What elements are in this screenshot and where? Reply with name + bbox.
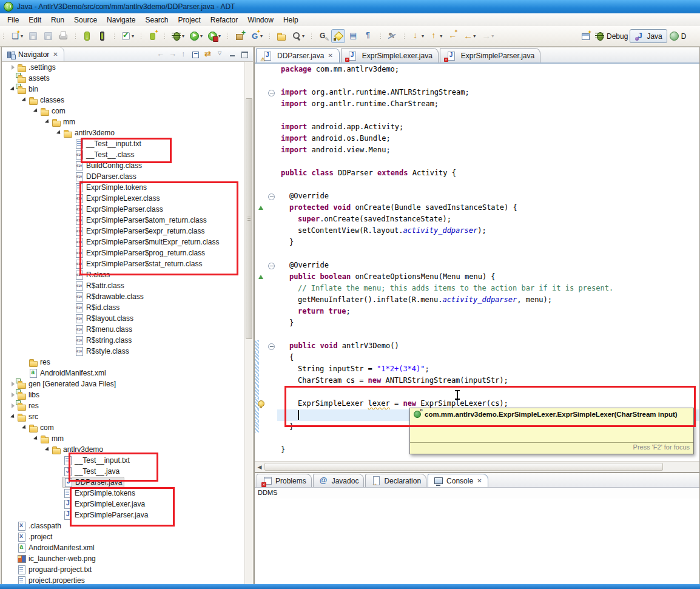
tree-item[interactable]: mm (2, 116, 245, 127)
perspective-debug[interactable]: Debug (593, 30, 630, 42)
tree-item[interactable]: ExprSimpleParser.class (2, 204, 245, 215)
code-line[interactable]: @Override (255, 260, 699, 271)
tree-item[interactable]: res (2, 357, 245, 368)
save-button[interactable] (26, 29, 40, 43)
code-line[interactable]: String inputStr = "1*2+(3*4)"; (255, 363, 699, 375)
menu-window[interactable]: Window (243, 15, 278, 25)
new-wizard-button[interactable]: ▾ (8, 29, 25, 43)
search-button[interactable]: ▾ (289, 29, 306, 43)
run-button[interactable]: ▾ (187, 29, 204, 43)
external-tools-button[interactable]: ▾ (206, 29, 223, 43)
tree-item[interactable]: ExprSimpleParser$prog_return.class (2, 247, 245, 258)
dropdown-arrow-icon[interactable]: ▾ (302, 33, 305, 39)
dropdown-arrow-icon[interactable]: ▾ (473, 33, 476, 39)
code-line[interactable] (255, 156, 699, 167)
new-android-project-button[interactable] (146, 29, 160, 43)
code-line[interactable]: package com.mm.antlrv3demo; (255, 64, 699, 75)
code-line[interactable] (255, 248, 699, 260)
tree-item[interactable]: src (2, 411, 245, 422)
code-line[interactable]: getMenuInflater().inflate(R.menu.activit… (255, 294, 699, 306)
code-line[interactable]: return true; (255, 306, 699, 317)
editor-horizontal-scrollbar[interactable]: ◀ (255, 461, 699, 472)
forward-button[interactable]: ▾ (479, 29, 496, 43)
javadoc-button[interactable] (316, 29, 330, 43)
collapse-region-icon[interactable] (268, 263, 275, 269)
tree-item[interactable]: com (2, 106, 245, 116)
navigator-scrollbar[interactable] (244, 62, 253, 585)
tree-item[interactable]: AndroidManifest.xml (2, 368, 245, 379)
expand-arrow-icon[interactable] (55, 130, 62, 135)
new-package-button[interactable] (232, 29, 246, 43)
tree-item[interactable]: R$string.class (2, 335, 245, 346)
tree-item[interactable]: antlrv3demo (2, 127, 245, 138)
code-line[interactable] (255, 75, 699, 87)
debug-button[interactable]: ▾ (169, 29, 186, 43)
dropdown-arrow-icon[interactable]: ▾ (491, 33, 494, 39)
tree-item[interactable]: ExprSimpleParser$multExpr_return.class (2, 237, 245, 247)
code-line[interactable] (255, 329, 699, 340)
back-button[interactable]: ▾ (460, 29, 477, 43)
editor-tab-exprsimpleparser-java[interactable]: ExprSimpleParser.java (440, 48, 540, 62)
collapse-all-button[interactable] (191, 49, 203, 60)
perspective-ddms[interactable]: D (667, 30, 688, 42)
tree-item[interactable]: .settings (2, 62, 245, 73)
save-all-button[interactable] (41, 29, 55, 43)
tree-item[interactable]: R$style.class (2, 346, 245, 357)
quickfix-lightbulb-icon[interactable] (258, 400, 264, 407)
menu-source[interactable]: Source (69, 15, 102, 25)
menu-run[interactable]: Run (46, 15, 69, 25)
link-with-editor-button[interactable] (203, 49, 215, 60)
code-line[interactable]: public class DDParser extends Activity { (255, 167, 699, 179)
code-line[interactable]: import android.app.Activity; (255, 121, 699, 133)
scrollbar-thumb[interactable] (246, 98, 252, 339)
block-selection-button[interactable] (346, 29, 360, 43)
maximize-view-button[interactable] (240, 49, 251, 60)
tree-item[interactable]: mm (2, 433, 245, 444)
dropdown-arrow-icon[interactable]: ▾ (218, 33, 221, 39)
code-line[interactable]: } (255, 237, 699, 248)
menu-navigate[interactable]: Navigate (102, 15, 140, 25)
code-line[interactable]: super.onCreate(savedInstanceState); (255, 214, 699, 225)
minimize-view-button[interactable] (227, 49, 239, 60)
tree-item[interactable]: res (2, 400, 245, 411)
menu-project[interactable]: Project (173, 15, 205, 25)
view-menu-button[interactable] (215, 49, 227, 60)
tree-item[interactable]: ExprSimpleParser$expr_return.class (2, 226, 245, 237)
editor-tab-exprsimplelexer-java[interactable]: ExprSimpleLexer.java (341, 48, 439, 62)
tree-item[interactable]: assets (2, 73, 245, 84)
tab-navigator[interactable]: Navigator ✕ (2, 47, 64, 61)
dropdown-arrow-icon[interactable]: ▾ (440, 33, 442, 39)
tree-item[interactable]: DDParser.java (2, 477, 245, 488)
code-line[interactable]: protected void onCreate(Bundle savedInst… (255, 202, 699, 214)
close-icon[interactable]: ✕ (476, 477, 482, 484)
expand-arrow-icon[interactable] (32, 436, 39, 441)
scrollbar-thumb[interactable] (264, 463, 663, 471)
tree-item[interactable]: antlrv3demo (2, 444, 245, 455)
menu-help[interactable]: Help (278, 15, 303, 25)
code-line[interactable]: import org.antlr.runtime.CharStream; (255, 98, 699, 110)
tree-item[interactable]: bin (2, 84, 245, 95)
tree-item[interactable]: R$attr.class (2, 280, 245, 291)
tree-item[interactable]: ExprSimpleParser$stat_return.class (2, 258, 245, 269)
tree-item[interactable]: R$layout.class (2, 313, 245, 324)
close-icon[interactable]: ✕ (327, 52, 333, 59)
tree-item[interactable]: .classpath (2, 520, 245, 531)
tree-item[interactable]: ExprSimpleParser$atom_return.class (2, 215, 245, 226)
open-resource-button[interactable] (274, 29, 288, 43)
code-line[interactable]: CharStream cs = new ANTLRStringStream(in… (255, 375, 699, 386)
nav-up-button[interactable] (179, 49, 190, 60)
tree-item[interactable]: __Test__input.txt (2, 455, 245, 466)
last-edit-location-button[interactable] (445, 29, 459, 43)
mark-occurrences-button[interactable] (331, 29, 345, 43)
dropdown-arrow-icon[interactable]: ▾ (422, 33, 424, 39)
trace-button[interactable]: ▾ (247, 29, 264, 43)
close-icon[interactable]: ✕ (52, 51, 58, 58)
code-line[interactable]: import android.view.Menu; (255, 144, 699, 156)
tree-item[interactable]: libs (2, 389, 245, 400)
lint-button[interactable]: ▾ (119, 29, 136, 43)
code-line[interactable] (255, 386, 699, 398)
code-line[interactable]: import org.antlr.runtime.ANTLRStringStre… (255, 87, 699, 98)
expand-arrow-icon[interactable] (44, 447, 51, 452)
code-line[interactable]: public boolean onCreateOptionsMenu(Menu … (255, 271, 699, 283)
code-line[interactable]: { (255, 352, 699, 363)
